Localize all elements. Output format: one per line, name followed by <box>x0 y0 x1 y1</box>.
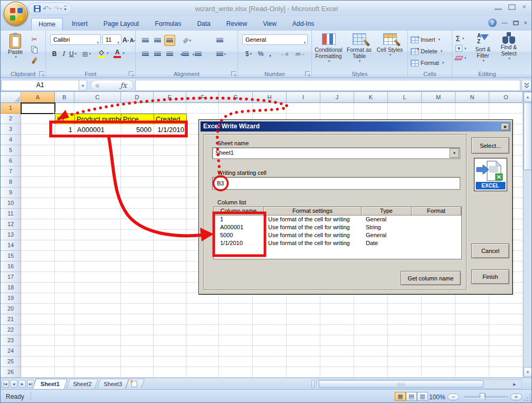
borders-button[interactable]: ⊞▾ <box>80 49 93 59</box>
column-header-K[interactable]: K <box>354 92 388 103</box>
cell-D2[interactable]: Price <box>121 114 154 125</box>
wrap-text-button[interactable] <box>213 35 226 46</box>
fill-button[interactable]: ▼▾ <box>455 45 467 52</box>
cell-D3[interactable]: 5000 <box>121 124 154 135</box>
row-header-10[interactable]: 10 <box>1 198 21 209</box>
row-header-8[interactable]: 8 <box>1 177 21 188</box>
cell-E3[interactable]: 1/1/2010 <box>154 124 187 135</box>
number-format-combo[interactable]: General▾ <box>242 34 308 45</box>
column-list-header-format-settings[interactable]: Format settings <box>264 207 362 215</box>
sort-filter-button[interactable]: AZ Sort & Filter▾ <box>470 32 496 76</box>
format-cells-button[interactable]: Format▾ <box>411 58 444 68</box>
selected-cell-A1[interactable] <box>21 102 55 114</box>
sheet-name-combo[interactable]: Sheet1 ▼ <box>212 147 460 159</box>
page-break-view-button[interactable]: ▥ <box>417 392 428 401</box>
shrink-font-button[interactable]: A▾ <box>129 35 136 45</box>
row-header-5[interactable]: 5 <box>1 145 21 156</box>
cell-B3[interactable]: 1 <box>55 124 75 135</box>
cell-styles-button[interactable]: Cell Styles▾ <box>375 32 404 76</box>
vertical-scrollbar[interactable]: ▲ ▼ <box>523 92 532 378</box>
font-dialog-launcher[interactable] <box>129 71 134 76</box>
zoom-out-button[interactable]: − <box>448 393 459 400</box>
grow-font-button[interactable]: A▴ <box>122 34 129 45</box>
column-header-M[interactable]: M <box>422 92 455 103</box>
copy-button[interactable] <box>28 44 41 55</box>
normal-view-button[interactable]: ▦ <box>395 392 406 401</box>
column-list-row[interactable]: A000001Use format of the cell for writin… <box>214 223 461 231</box>
column-list-header-type[interactable]: Type <box>362 207 412 215</box>
row-header-7[interactable]: 7 <box>1 166 21 177</box>
increase-indent-button[interactable]: ▸ <box>192 49 203 60</box>
dropdown-arrow-icon[interactable]: ▼ <box>450 148 459 158</box>
column-header-H[interactable]: H <box>253 92 287 103</box>
paste-button[interactable]: Paste ▾ <box>4 33 27 68</box>
row-header-15[interactable]: 15 <box>1 251 21 261</box>
expand-formula-bar-button[interactable] <box>521 80 531 91</box>
column-header-F[interactable]: F <box>186 92 219 103</box>
office-button[interactable] <box>4 2 28 26</box>
ribbon-tab-home[interactable]: Home <box>31 18 63 31</box>
select-button[interactable]: Select... <box>471 137 509 154</box>
column-header-J[interactable]: J <box>320 92 354 103</box>
fill-color-button[interactable]: ◇▾ <box>96 48 110 59</box>
writing-cell-input[interactable]: B3 <box>212 177 460 190</box>
row-header-13[interactable]: 13 <box>1 230 21 240</box>
row-header-19[interactable]: 19 <box>1 293 21 304</box>
middle-align-button[interactable] <box>152 35 163 46</box>
sheet-tab-sheet2[interactable]: Sheet2 <box>66 379 98 389</box>
previous-sheet-button[interactable]: ◀ <box>10 380 17 388</box>
dialog-title-bar[interactable]: Excel Write Wizard × <box>201 121 511 132</box>
row-header-1[interactable]: 1 <box>1 103 21 114</box>
column-list-header-format[interactable]: Format <box>412 207 461 215</box>
first-sheet-button[interactable]: ◀ <box>2 380 9 388</box>
help-icon[interactable]: ? <box>488 18 497 27</box>
zoom-slider-handle[interactable] <box>480 393 485 400</box>
font-name-combo[interactable]: Calibri▾ <box>50 34 101 45</box>
scroll-up-button[interactable]: ▲ <box>524 92 532 102</box>
resize-grip[interactable] <box>524 394 531 401</box>
align-right-button[interactable] <box>164 49 175 60</box>
cell-B2[interactable]: ID. <box>55 114 75 125</box>
alignment-dialog-launcher[interactable] <box>231 71 236 76</box>
column-header-G[interactable]: G <box>219 92 253 103</box>
column-list-row[interactable]: 5000Use format of the cell for writingGe… <box>214 231 461 239</box>
ribbon-tab-insert[interactable]: Insert <box>65 18 94 31</box>
column-header-D[interactable]: D <box>121 92 154 103</box>
zoom-slider-track[interactable] <box>464 396 508 398</box>
row-header-9[interactable]: 9 <box>1 188 21 198</box>
row-header-18[interactable]: 18 <box>1 283 21 293</box>
dialog-close-button[interactable]: × <box>501 123 509 130</box>
zoom-in-button[interactable]: + <box>510 393 522 400</box>
workbook-restore-button[interactable] <box>513 21 519 25</box>
row-header-22[interactable]: 22 <box>1 325 21 335</box>
close-button[interactable]: × <box>522 4 526 10</box>
zoom-level[interactable]: 100% <box>429 393 445 401</box>
column-header-E[interactable]: E <box>154 92 186 103</box>
column-list-row[interactable]: 1Use format of the cell for writingGener… <box>214 215 461 223</box>
ribbon-tab-formulas[interactable]: Formulas <box>148 18 188 31</box>
sheet-tab-sheet3[interactable]: Sheet3 <box>97 379 129 389</box>
decrease-indent-button[interactable]: ◂ <box>179 49 190 60</box>
percent-style-button[interactable]: % <box>256 49 265 59</box>
cell-E2[interactable]: Created <box>154 114 187 125</box>
insert-worksheet-tab[interactable] <box>126 379 145 389</box>
scroll-down-button[interactable]: ▼ <box>524 367 532 377</box>
horizontal-scrollbar-thumb[interactable] <box>319 380 483 388</box>
column-header-N[interactable]: N <box>455 92 489 103</box>
column-header-I[interactable]: I <box>287 92 320 103</box>
bold-button[interactable]: B <box>50 49 59 59</box>
font-color-button[interactable]: A▾ <box>111 48 126 59</box>
column-header-B[interactable]: B <box>55 92 74 103</box>
column-header-L[interactable]: L <box>388 92 422 103</box>
ribbon-tab-data[interactable]: Data <box>190 18 217 31</box>
column-list-table[interactable]: Column nameFormat settingsTypeFormat1Use… <box>213 207 462 259</box>
row-header-11[interactable]: 11 <box>1 209 21 219</box>
bottom-align-button[interactable] <box>164 35 175 46</box>
column-header-A[interactable]: A <box>21 92 55 103</box>
row-header-14[interactable]: 14 <box>1 240 21 251</box>
autosum-button[interactable]: Σ▾ <box>455 34 464 43</box>
orientation-button[interactable]: ab▾ <box>179 35 195 46</box>
minimize-button[interactable] <box>495 4 502 10</box>
row-header-25[interactable]: 25 <box>1 357 21 367</box>
row-header-2[interactable]: 2 <box>1 114 21 124</box>
